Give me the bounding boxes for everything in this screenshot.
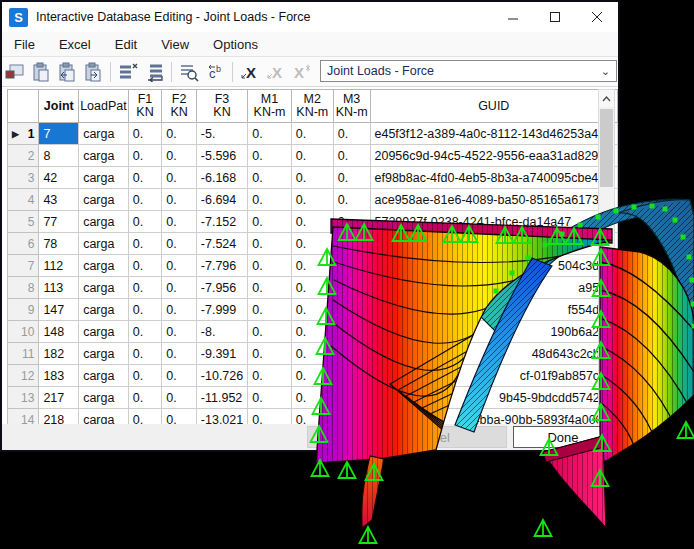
loadpat-cell[interactable]: carga [79, 145, 129, 167]
header-m3[interactable]: M3KN-m [333, 90, 370, 123]
f1-cell[interactable]: 0. [128, 365, 162, 387]
joint-cell[interactable]: 147 [39, 299, 79, 321]
f1-cell[interactable]: 0. [128, 387, 162, 409]
m2-cell[interactable]: 0. [291, 255, 333, 277]
f2-cell[interactable]: 0. [162, 189, 196, 211]
m2-cell[interactable]: 0. [291, 145, 333, 167]
m2-cell[interactable]: 0. [291, 167, 333, 189]
m2-cell[interactable]: 0. [291, 211, 333, 233]
export-table-icon[interactable] [3, 60, 27, 84]
delete-x-icon[interactable]: X [238, 60, 262, 84]
m1-cell[interactable]: 0. [248, 167, 292, 189]
f3-cell[interactable]: -6.168 [196, 167, 247, 189]
m2-cell[interactable]: 0. [291, 277, 333, 299]
f1-cell[interactable]: 0. [128, 299, 162, 321]
f2-cell[interactable]: 0. [162, 277, 196, 299]
f1-cell[interactable]: 0. [128, 233, 162, 255]
row-number-cell[interactable]: 3 [8, 167, 39, 189]
cycle-units-icon[interactable]: cb [203, 60, 227, 84]
row-number-cell[interactable]: 6 [8, 233, 39, 255]
f3-cell[interactable]: -10.726 [196, 365, 247, 387]
row-number-cell[interactable]: 5 [8, 211, 39, 233]
loadpat-cell[interactable]: carga [79, 233, 129, 255]
menu-file[interactable]: File [2, 32, 47, 56]
guid-cell[interactable]: 504c3de9 [370, 255, 617, 277]
m3-cell[interactable]: 0. [333, 123, 370, 145]
menu-view[interactable]: View [149, 32, 201, 56]
table-select-dropdown[interactable]: Joint Loads - Force ⌄ [320, 60, 617, 82]
loadpat-cell[interactable]: carga [79, 123, 129, 145]
menu-edit[interactable]: Edit [103, 32, 149, 56]
m3-cell[interactable]: 0. [333, 167, 370, 189]
f2-cell[interactable]: 0. [162, 299, 196, 321]
f3-cell[interactable]: -5. [196, 123, 247, 145]
m3-cell[interactable]: 0. [333, 387, 370, 409]
guid-cell[interactable]: e45f3f12-a389-4a0c-8112-143d46253a41 [370, 123, 617, 145]
f1-cell[interactable]: 0. [128, 189, 162, 211]
joint-cell[interactable]: 112 [39, 255, 79, 277]
loadpat-cell[interactable]: carga [79, 387, 129, 409]
menu-options[interactable]: Options [201, 32, 270, 56]
header-m1[interactable]: M1KN-m [248, 90, 292, 123]
joint-cell[interactable]: 42 [39, 167, 79, 189]
f3-cell[interactable]: -9.391 [196, 343, 247, 365]
m1-cell[interactable]: 0. [248, 189, 292, 211]
paste-icon[interactable] [29, 60, 53, 84]
guid-cell[interactable]: ef98b8ac-4fd0-4eb5-8b3a-a740095cbe45 [370, 167, 617, 189]
guid-cell[interactable]: ace958ae-81e6-4089-ba50-85165a617306 [370, 189, 617, 211]
scrollbar-thumb[interactable] [600, 109, 613, 187]
f2-cell[interactable]: 0. [162, 145, 196, 167]
f2-cell[interactable]: 0. [162, 123, 196, 145]
apply-to-model-button[interactable]: Apply to Model [307, 426, 507, 448]
m2-cell[interactable]: 0. [291, 189, 333, 211]
guid-cell[interactable]: a95e0 [370, 277, 617, 299]
f3-cell[interactable]: -7.524 [196, 233, 247, 255]
scroll-up-icon[interactable] [599, 90, 614, 107]
header-loadpat[interactable]: LoadPat [79, 90, 129, 123]
joint-cell[interactable]: 183 [39, 365, 79, 387]
f2-cell[interactable]: 0. [162, 233, 196, 255]
m3-cell[interactable]: 0. [333, 145, 370, 167]
loadpat-cell[interactable]: carga [79, 299, 129, 321]
m3-cell[interactable]: 0. [333, 233, 370, 255]
f2-cell[interactable]: 0. [162, 365, 196, 387]
paste-replace-icon[interactable] [81, 60, 105, 84]
f3-cell[interactable]: -8. [196, 321, 247, 343]
row-number-cell[interactable]: 13 [8, 387, 39, 409]
f3-cell[interactable]: -7.956 [196, 277, 247, 299]
joint-cell[interactable]: 78 [39, 233, 79, 255]
vertical-scrollbar[interactable] [598, 89, 615, 427]
joint-cell[interactable]: 43 [39, 189, 79, 211]
loadpat-cell[interactable]: carga [79, 167, 129, 189]
m2-cell[interactable]: 0. [291, 365, 333, 387]
row-number-cell[interactable]: 9 [8, 299, 39, 321]
f2-cell[interactable]: 0. [162, 167, 196, 189]
joint-cell[interactable]: 182 [39, 343, 79, 365]
maximize-button[interactable] [534, 2, 576, 32]
header-f2[interactable]: F2KN [162, 90, 196, 123]
m3-cell[interactable]: 0. [333, 343, 370, 365]
done-button[interactable]: Done [513, 426, 613, 448]
m2-cell[interactable]: 0. [291, 387, 333, 409]
loadpat-cell[interactable]: carga [79, 189, 129, 211]
m1-cell[interactable]: 0. [248, 343, 292, 365]
row-number-cell[interactable]: ▶1 [8, 123, 39, 145]
m2-cell[interactable]: 0. [291, 299, 333, 321]
header-joint[interactable]: Joint [39, 90, 79, 123]
m2-cell[interactable]: 0. [291, 321, 333, 343]
f3-cell[interactable]: -5.596 [196, 145, 247, 167]
loadpat-cell[interactable]: carga [79, 277, 129, 299]
f1-cell[interactable]: 0. [128, 277, 162, 299]
f1-cell[interactable]: 0. [128, 145, 162, 167]
loadpat-cell[interactable]: carga [79, 211, 129, 233]
m1-cell[interactable]: 0. [248, 255, 292, 277]
m3-cell[interactable]: 0. [333, 189, 370, 211]
header-f3[interactable]: F3KN [196, 90, 247, 123]
m2-cell[interactable]: 0. [291, 123, 333, 145]
row-number-cell[interactable]: 12 [8, 365, 39, 387]
menu-excel[interactable]: Excel [47, 32, 103, 56]
guid-cell[interactable]: 5729927f-0238-4241-bfce-da14a47 [370, 211, 617, 233]
f3-cell[interactable]: -11.952 [196, 387, 247, 409]
m1-cell[interactable]: 0. [248, 233, 292, 255]
m3-cell[interactable]: 0. [333, 211, 370, 233]
